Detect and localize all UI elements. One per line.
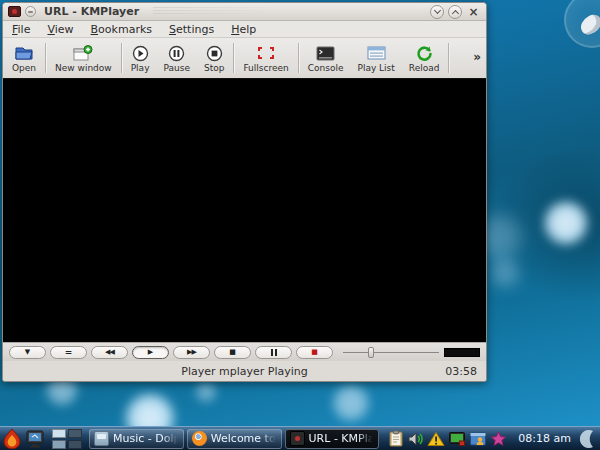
control-rewind-button[interactable]: ◀◀ bbox=[91, 346, 128, 359]
clock[interactable]: 08:18 am bbox=[518, 432, 571, 445]
close-button[interactable]: × bbox=[466, 5, 481, 19]
pager-desktop-3[interactable] bbox=[52, 440, 66, 449]
console-icon bbox=[316, 44, 335, 62]
menu-settings[interactable]: Settings bbox=[169, 23, 214, 36]
stop-icon: ■ bbox=[229, 349, 236, 356]
time-display: 03:58 bbox=[445, 365, 477, 378]
toolbar-separator bbox=[233, 43, 234, 73]
user-window-icon[interactable] bbox=[469, 431, 487, 447]
pause-button[interactable]: Pause bbox=[156, 43, 196, 73]
titlebar[interactable]: URL - KMPlayer × bbox=[3, 3, 486, 21]
minimize-button[interactable] bbox=[430, 5, 444, 19]
stop-circle-icon bbox=[206, 44, 223, 62]
play-button[interactable]: Play bbox=[124, 43, 157, 73]
maximize-button[interactable] bbox=[448, 5, 462, 19]
play-label: Play bbox=[131, 63, 150, 73]
control-menu-button[interactable]: ▼ bbox=[9, 346, 46, 359]
menu-help[interactable]: Help bbox=[231, 23, 256, 36]
plasma-cashew-icon[interactable] bbox=[564, 0, 600, 48]
console-button[interactable]: Console bbox=[301, 43, 351, 73]
chevron-down-icon bbox=[433, 7, 440, 14]
menu-bookmarks[interactable]: Bookmarks bbox=[91, 23, 152, 36]
playlist-button[interactable]: Play List bbox=[350, 43, 401, 73]
kmplayer-icon bbox=[290, 431, 305, 446]
toolbar-separator bbox=[298, 43, 299, 73]
open-button[interactable]: Open bbox=[5, 43, 43, 73]
system-tray bbox=[388, 430, 507, 447]
equals-icon: = bbox=[65, 348, 73, 357]
desktop-pager[interactable] bbox=[52, 429, 82, 449]
fullscreen-label: Fullscreen bbox=[243, 63, 288, 73]
menu-file[interactable]: File bbox=[12, 23, 30, 36]
bokeh-light bbox=[488, 256, 522, 290]
taskbar: Music - Dolphin Welcome to Firef URL - K… bbox=[0, 426, 600, 450]
task-kmplayer[interactable]: URL - KMPlayer bbox=[285, 429, 380, 449]
reload-icon bbox=[416, 44, 433, 62]
bokeh-light bbox=[541, 198, 591, 248]
play-icon: ▶ bbox=[148, 349, 153, 356]
pause-label: Pause bbox=[163, 63, 189, 73]
panel-cashew-icon[interactable] bbox=[580, 428, 598, 450]
bokeh-light bbox=[330, 382, 372, 424]
monitor-icon bbox=[25, 429, 45, 449]
task-firefox[interactable]: Welcome to Firef bbox=[187, 429, 282, 449]
display-tray-icon[interactable] bbox=[448, 431, 466, 447]
kmplayer-window: URL - KMPlayer × File View Bookmarks Set… bbox=[2, 2, 487, 382]
task-label: URL - KMPlayer bbox=[309, 432, 375, 445]
new-window-button[interactable]: New window bbox=[48, 43, 119, 73]
firefox-icon bbox=[192, 431, 207, 446]
window-title: URL - KMPlayer bbox=[40, 5, 143, 18]
show-desktop-button[interactable] bbox=[25, 428, 45, 450]
menu-view[interactable]: View bbox=[47, 23, 73, 36]
clipboard-icon[interactable] bbox=[388, 430, 404, 447]
open-label: Open bbox=[12, 63, 36, 73]
new-window-label: New window bbox=[55, 63, 112, 73]
slider-track bbox=[343, 352, 439, 354]
triangle-down-icon: ▼ bbox=[25, 349, 30, 356]
open-folder-icon bbox=[14, 44, 34, 62]
new-window-icon bbox=[72, 44, 94, 62]
playlist-label: Play List bbox=[357, 63, 394, 73]
warning-icon[interactable] bbox=[427, 431, 445, 447]
control-forward-button[interactable]: ▶▶ bbox=[173, 346, 210, 359]
stop-button[interactable]: Stop bbox=[197, 43, 231, 73]
control-play-button[interactable]: ▶ bbox=[132, 346, 169, 359]
toolbar-separator bbox=[448, 43, 449, 73]
seek-slider[interactable] bbox=[343, 346, 439, 359]
toolbar: Open New window Play Pause bbox=[3, 38, 486, 79]
toolbar-overflow-button[interactable]: » bbox=[473, 50, 481, 64]
titlebar-stripes bbox=[153, 7, 420, 16]
flame-icon bbox=[2, 428, 22, 449]
app-launcher-button[interactable] bbox=[2, 428, 22, 450]
console-label: Console bbox=[308, 63, 344, 73]
task-label: Welcome to Firef bbox=[211, 432, 277, 445]
menubar: File View Bookmarks Settings Help bbox=[3, 21, 486, 38]
reload-button[interactable]: Reload bbox=[402, 43, 447, 73]
pause-circle-icon bbox=[168, 44, 185, 62]
reload-label: Reload bbox=[409, 63, 440, 73]
volume-bar[interactable] bbox=[444, 348, 480, 357]
control-pause-button[interactable] bbox=[255, 346, 292, 359]
pager-desktop-2[interactable] bbox=[68, 429, 82, 438]
control-stop-button[interactable]: ■ bbox=[214, 346, 251, 359]
control-playlist-toggle-button[interactable]: = bbox=[50, 346, 87, 359]
toolbar-separator bbox=[45, 43, 46, 73]
playback-controlbar: ▼ = ◀◀ ▶ ▶▶ ■ ■ bbox=[3, 342, 486, 361]
record-icon: ■ bbox=[311, 349, 318, 356]
pager-desktop-1[interactable] bbox=[52, 429, 66, 438]
stop-label: Stop bbox=[204, 63, 224, 73]
pager-desktop-4[interactable] bbox=[68, 440, 82, 449]
window-menu-button[interactable] bbox=[25, 6, 36, 17]
chevron-up-icon bbox=[451, 9, 458, 16]
slider-handle[interactable] bbox=[368, 347, 374, 358]
video-area[interactable] bbox=[3, 79, 486, 342]
statusbar: Player mplayer Playing 03:58 bbox=[3, 361, 486, 381]
fullscreen-icon bbox=[257, 44, 275, 62]
rewind-icon: ◀◀ bbox=[105, 349, 114, 356]
volume-icon[interactable] bbox=[407, 431, 424, 447]
task-dolphin[interactable]: Music - Dolphin bbox=[89, 429, 184, 449]
control-record-button[interactable]: ■ bbox=[296, 346, 333, 359]
fullscreen-button[interactable]: Fullscreen bbox=[236, 43, 295, 73]
star-icon[interactable] bbox=[490, 431, 507, 447]
status-text: Player mplayer Playing bbox=[181, 365, 307, 378]
